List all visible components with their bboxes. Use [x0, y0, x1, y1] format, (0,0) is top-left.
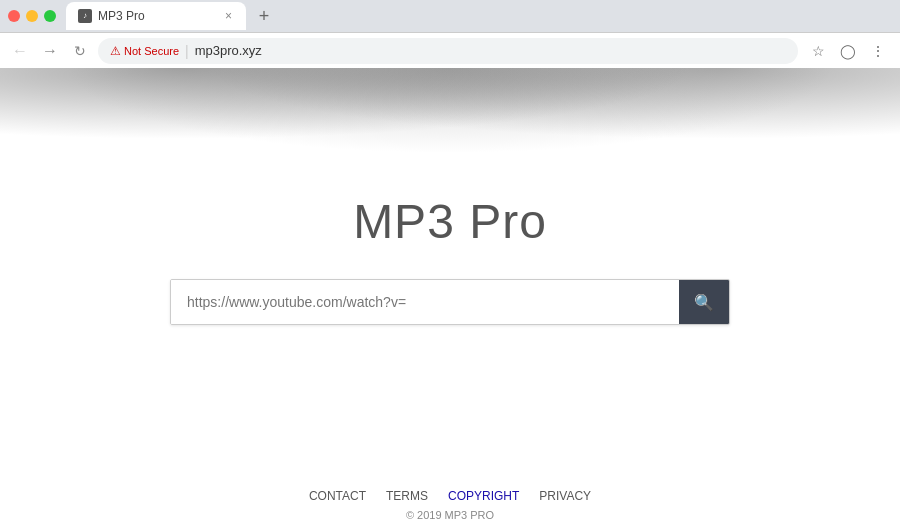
- browser-frame: ♪ MP3 Pro × + ← → ↻ ⚠ Not Secure | mp3pr…: [0, 0, 900, 68]
- bookmark-button[interactable]: ☆: [804, 37, 832, 65]
- more-icon: ⋮: [871, 43, 885, 59]
- footer-links: CONTACT TERMS COPYRIGHT PRIVACY: [0, 489, 900, 503]
- warning-icon: ⚠: [110, 44, 121, 58]
- account-icon: ◯: [840, 43, 856, 59]
- browser-tab[interactable]: ♪ MP3 Pro ×: [66, 2, 246, 30]
- account-button[interactable]: ◯: [834, 37, 862, 65]
- search-button[interactable]: 🔍: [679, 280, 729, 324]
- security-warning: ⚠ Not Secure: [110, 44, 179, 58]
- forward-button[interactable]: →: [38, 39, 62, 63]
- close-button[interactable]: [8, 10, 20, 22]
- menu-button[interactable]: ⋮: [864, 37, 892, 65]
- new-tab-button[interactable]: +: [252, 4, 276, 28]
- security-label: Not Secure: [124, 45, 179, 57]
- footer-copyright: © 2019 MP3 PRO: [0, 509, 900, 521]
- search-input[interactable]: [171, 280, 679, 324]
- terms-link[interactable]: TERMS: [386, 489, 428, 503]
- minimize-button[interactable]: [26, 10, 38, 22]
- search-icon: 🔍: [694, 293, 714, 312]
- contact-link[interactable]: CONTACT: [309, 489, 366, 503]
- copyright-link[interactable]: COPYRIGHT: [448, 489, 519, 503]
- tab-close-icon[interactable]: ×: [223, 9, 234, 23]
- forward-icon: →: [42, 42, 58, 60]
- back-button[interactable]: ←: [8, 39, 32, 63]
- site-title: MP3 Pro: [353, 194, 547, 249]
- search-container: 🔍: [170, 279, 730, 325]
- toolbar-right: ☆ ◯ ⋮: [804, 37, 892, 65]
- maximize-button[interactable]: [44, 10, 56, 22]
- website-content: MP3 Pro 🔍 CONTACT TERMS COPYRIGHT PRIVAC…: [0, 68, 900, 531]
- url-divider: |: [185, 43, 189, 59]
- url-text: mp3pro.xyz: [195, 43, 262, 58]
- privacy-link[interactable]: PRIVACY: [539, 489, 591, 503]
- address-bar: ← → ↻ ⚠ Not Secure | mp3pro.xyz ☆ ◯ ⋮: [0, 32, 900, 68]
- main-content: MP3 Pro 🔍: [0, 68, 900, 531]
- back-icon: ←: [12, 42, 28, 60]
- reload-icon: ↻: [74, 43, 86, 59]
- footer: CONTACT TERMS COPYRIGHT PRIVACY © 2019 M…: [0, 473, 900, 531]
- window-controls: [8, 10, 56, 22]
- tab-title: MP3 Pro: [98, 9, 145, 23]
- url-bar[interactable]: ⚠ Not Secure | mp3pro.xyz: [98, 38, 798, 64]
- reload-button[interactable]: ↻: [68, 39, 92, 63]
- star-icon: ☆: [812, 43, 825, 59]
- tab-favicon: ♪: [78, 9, 92, 23]
